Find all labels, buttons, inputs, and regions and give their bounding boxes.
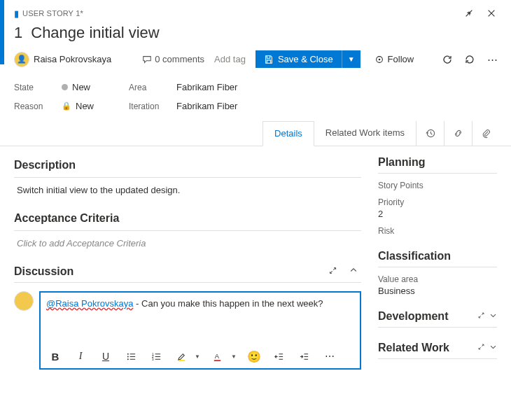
- emoji-button[interactable]: 🙂: [246, 349, 262, 364]
- work-item-accent: [0, 0, 4, 64]
- development-collapse-button[interactable]: [489, 312, 497, 321]
- font-color-button[interactable]: A: [210, 349, 225, 364]
- discussion-collapse-button[interactable]: [346, 262, 361, 278]
- avatar-icon: 👤: [14, 52, 29, 67]
- description-field[interactable]: Switch initial view to the updated desig…: [14, 178, 361, 209]
- svg-point-5: [127, 358, 128, 360]
- save-dropdown-button[interactable]: ▼: [342, 50, 360, 68]
- reason-field[interactable]: 🔒 New: [62, 101, 94, 111]
- development-expand-button[interactable]: [477, 312, 485, 321]
- refresh-button[interactable]: [440, 52, 455, 67]
- value-area-label: Value area: [378, 274, 497, 284]
- work-item-type-label: USER STORY 1*: [22, 9, 83, 18]
- history-tab-button[interactable]: [416, 121, 444, 146]
- state-label: State: [14, 83, 50, 92]
- save-close-label: Save & Close: [278, 54, 333, 64]
- decrease-indent-button[interactable]: [272, 349, 287, 364]
- description-heading: Description: [14, 159, 361, 178]
- current-user-avatar: [14, 291, 34, 311]
- assignee-name: Raisa Pokrovskaya: [34, 54, 111, 64]
- reason-value: New: [76, 101, 94, 111]
- iteration-field[interactable]: Fabrikam Fiber: [176, 101, 237, 111]
- comment-text-area[interactable]: @Raisa Pokrovskaya - Can you make this h…: [41, 293, 360, 344]
- acceptance-placeholder: Click to add Acceptance Criteria: [17, 238, 146, 248]
- iteration-label: Iteration: [129, 102, 165, 111]
- related-work-expand-button[interactable]: [477, 343, 485, 353]
- svg-text:3: 3: [151, 358, 153, 361]
- discussion-comment-editor[interactable]: @Raisa Pokrovskaya - Can you make this h…: [39, 291, 361, 370]
- links-tab-button[interactable]: [444, 121, 472, 146]
- related-work-collapse-button[interactable]: [489, 343, 497, 353]
- area-field[interactable]: Fabrikam Fiber: [176, 82, 237, 92]
- reason-label: Reason: [14, 102, 50, 111]
- svg-point-1: [378, 58, 380, 60]
- assigned-to-field[interactable]: 👤 Raisa Pokrovskaya: [14, 52, 111, 67]
- increase-indent-button[interactable]: [297, 349, 312, 364]
- state-value: New: [72, 82, 90, 92]
- area-value: Fabrikam Fiber: [176, 82, 237, 92]
- classification-heading: Classification: [378, 250, 497, 267]
- value-area-field[interactable]: Business: [378, 286, 497, 296]
- development-heading: Development: [378, 310, 497, 328]
- underline-button[interactable]: U: [98, 349, 113, 364]
- state-dot-icon: [62, 84, 68, 90]
- highlight-button[interactable]: [174, 349, 189, 364]
- chevron-down-icon[interactable]: ▼: [231, 354, 237, 360]
- acceptance-criteria-heading: Acceptance Criteria: [14, 212, 361, 231]
- svg-point-4: [127, 356, 128, 357]
- follow-icon: [374, 55, 384, 64]
- iteration-value: Fabrikam Fiber: [176, 101, 237, 111]
- comment-icon: [142, 55, 152, 64]
- follow-label: Follow: [388, 54, 414, 64]
- priority-label: Priority: [378, 197, 497, 207]
- work-item-title[interactable]: Change initial view: [31, 24, 159, 42]
- save-and-close-button[interactable]: Save & Close: [255, 50, 342, 68]
- tab-related-work-items[interactable]: Related Work items: [314, 121, 416, 146]
- close-button[interactable]: [483, 5, 500, 22]
- chevron-down-icon[interactable]: ▼: [195, 354, 200, 360]
- work-item-id: 1: [14, 24, 22, 42]
- tab-details[interactable]: Details: [262, 121, 314, 146]
- comments-count[interactable]: 0 comments: [142, 54, 204, 64]
- planning-heading: Planning: [378, 156, 497, 174]
- user-story-icon: ▮: [14, 8, 19, 19]
- acceptance-criteria-field[interactable]: Click to add Acceptance Criteria: [14, 231, 361, 262]
- svg-point-3: [127, 353, 128, 354]
- revert-button[interactable]: [462, 52, 477, 67]
- lock-icon: 🔒: [62, 102, 71, 111]
- discussion-heading: Discussion: [14, 265, 74, 278]
- mention-link[interactable]: @Raisa Pokrovskaya: [46, 298, 133, 309]
- bullet-list-button[interactable]: [123, 349, 139, 364]
- follow-button[interactable]: Follow: [370, 51, 419, 67]
- editor-more-button[interactable]: ⋯: [322, 349, 337, 364]
- add-tag-button[interactable]: Add tag: [214, 54, 246, 64]
- story-points-label: Story Points: [378, 181, 497, 190]
- discussion-expand-button[interactable]: [325, 262, 340, 278]
- bold-button[interactable]: B: [48, 349, 63, 364]
- svg-rect-11: [214, 360, 220, 361]
- restore-size-button[interactable]: [461, 5, 477, 22]
- comments-label: 0 comments: [155, 54, 204, 64]
- save-icon: [264, 55, 274, 64]
- italic-button[interactable]: I: [73, 349, 88, 364]
- state-field[interactable]: New: [62, 82, 90, 92]
- svg-rect-9: [178, 360, 184, 361]
- attachments-tab-button[interactable]: [472, 121, 500, 146]
- svg-text:A: A: [215, 353, 220, 360]
- area-label: Area: [129, 83, 165, 92]
- more-actions-button[interactable]: ⋯: [484, 52, 500, 67]
- priority-field[interactable]: 2: [378, 209, 497, 219]
- risk-label: Risk: [378, 226, 497, 236]
- related-work-heading: Related Work: [378, 342, 497, 359]
- comment-text: - Can you make this happen in the next w…: [133, 298, 323, 309]
- numbered-list-button[interactable]: 123: [148, 349, 164, 364]
